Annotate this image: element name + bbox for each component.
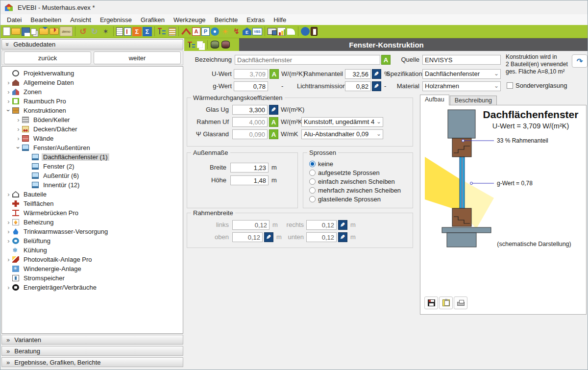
sprossen-radio-3[interactable] bbox=[309, 187, 316, 194]
structure-icon[interactable] bbox=[187, 40, 196, 49]
tree-item[interactable]: Fenster (2) bbox=[2, 162, 183, 171]
tree-item[interactable]: Projektverwaltung bbox=[2, 69, 183, 78]
report-doc-icon[interactable] bbox=[116, 27, 123, 36]
tree-item[interactable]: Teilflächen bbox=[2, 199, 183, 208]
tree-item[interactable]: ›Raumbuch Pro bbox=[2, 97, 183, 106]
sigma-orange-icon[interactable]: Σ bbox=[132, 27, 142, 36]
tree-item[interactable]: Kühlung bbox=[2, 246, 183, 255]
sprossen-radio-4[interactable] bbox=[309, 196, 316, 202]
frame-type-dropdown[interactable]: Alu-Abstandhalter 0,09⌄ bbox=[301, 129, 383, 139]
tree-item[interactable]: Stromspeicher bbox=[2, 273, 183, 283]
menu-item-extras[interactable]: Extras bbox=[242, 15, 269, 25]
höhe-input[interactable] bbox=[230, 175, 269, 185]
menu-item-werkzeuge[interactable]: Werkzeuge bbox=[169, 15, 210, 25]
tree-item[interactable]: Außentür (6) bbox=[2, 171, 183, 180]
expander-collapsed-icon[interactable]: › bbox=[5, 191, 12, 198]
undo-icon[interactable] bbox=[78, 26, 88, 37]
sigma-blue-icon[interactable]: Σ bbox=[143, 27, 152, 36]
menu-item-bearbeiten[interactable]: Bearbeiten bbox=[26, 15, 66, 25]
g-wert-input[interactable] bbox=[234, 81, 268, 91]
accordion-beratung[interactable]: »Beratung bbox=[1, 346, 183, 356]
structure-tree-icon[interactable] bbox=[157, 26, 168, 37]
copy-icon[interactable] bbox=[31, 28, 36, 35]
tree-item[interactable]: ›Wände bbox=[2, 134, 183, 143]
expander-collapsed-icon[interactable]: › bbox=[5, 219, 12, 226]
open-folder-icon[interactable] bbox=[11, 28, 21, 35]
tree-item-selected[interactable]: Dachflächenfenster (1) bbox=[2, 152, 183, 162]
expander-collapsed-icon[interactable]: › bbox=[15, 116, 22, 123]
sun-icon[interactable] bbox=[220, 26, 230, 37]
tree-item[interactable]: ›Allgemeine Daten bbox=[2, 78, 183, 87]
accordion-varianten[interactable]: »Varianten bbox=[1, 335, 183, 345]
diagram-copy-button[interactable] bbox=[439, 296, 453, 309]
module-p-icon[interactable]: P bbox=[201, 27, 210, 36]
window-values-icon[interactable] bbox=[124, 27, 131, 36]
roof-icon[interactable] bbox=[181, 28, 191, 35]
tree-item[interactable]: ›Trinkwarmwasser-Versorgung bbox=[2, 227, 183, 236]
rechts-input[interactable] bbox=[306, 220, 337, 230]
db-import-icon[interactable] bbox=[220, 40, 230, 49]
breite-input[interactable] bbox=[230, 163, 269, 173]
demo-icon[interactable]: demo bbox=[60, 26, 73, 36]
door-icon[interactable] bbox=[311, 27, 318, 36]
menu-item-hilfe[interactable]: Hilfe bbox=[269, 15, 291, 25]
refresh-button[interactable]: ↷ bbox=[572, 54, 588, 68]
diagram-save-button[interactable] bbox=[424, 296, 438, 309]
material-dropdown[interactable]: Holzrahmen ⌄ bbox=[422, 81, 501, 91]
tree-item[interactable]: ›Böden/Keller bbox=[2, 115, 183, 124]
vbs-icon[interactable]: VBS bbox=[252, 28, 262, 35]
export-icon[interactable] bbox=[49, 28, 59, 35]
rechts-edit-pencil-button[interactable] bbox=[338, 220, 347, 230]
tree-item[interactable]: ›Decken/Dächer bbox=[2, 124, 183, 134]
tab-beschreibung[interactable]: Beschreibung bbox=[450, 96, 497, 105]
glas-ug-input[interactable] bbox=[232, 105, 268, 115]
expander-expanded-icon[interactable]: › bbox=[15, 144, 22, 151]
menu-item-datei[interactable]: Datei bbox=[2, 15, 26, 25]
help-icon[interactable] bbox=[301, 27, 310, 36]
sidebar-header[interactable]: » Gebäudedaten bbox=[1, 39, 183, 49]
edit-pencil-button[interactable] bbox=[269, 105, 278, 115]
tree-item[interactable]: Windenergie-Anlage bbox=[2, 264, 183, 273]
menu-item-grafiken[interactable]: Grafiken bbox=[136, 15, 169, 25]
accordion-ergebnisse[interactable]: »Ergebnisse, Grafiken, Berichte bbox=[1, 357, 183, 367]
oben-edit-pencil-button[interactable] bbox=[264, 232, 273, 242]
tree-item[interactable]: ›Photovoltaik-Anlage Pro bbox=[2, 255, 183, 264]
fan-icon[interactable] bbox=[211, 27, 219, 36]
lichttransmission-edit-pencil-button[interactable] bbox=[372, 81, 381, 91]
expander-collapsed-icon[interactable]: › bbox=[5, 256, 12, 263]
rahmenanteil-input[interactable] bbox=[345, 69, 371, 79]
list-details-icon[interactable] bbox=[169, 27, 176, 36]
copy-icon[interactable] bbox=[197, 41, 203, 48]
tab-aufbau[interactable]: Aufbau bbox=[420, 95, 449, 105]
tree-item[interactable]: ›Fenster/Außentüren bbox=[2, 143, 183, 152]
module-a-icon[interactable]: A bbox=[192, 27, 200, 36]
house-energy-icon[interactable] bbox=[243, 27, 251, 35]
expander-collapsed-icon[interactable]: › bbox=[5, 237, 12, 245]
diagram-print-button[interactable] bbox=[454, 296, 467, 309]
tree-item[interactable]: Wärmebrücken Pro bbox=[2, 208, 183, 218]
auto-badge[interactable]: A bbox=[269, 129, 278, 139]
sprossen-radio-0[interactable] bbox=[309, 161, 316, 167]
energy-curve-icon[interactable] bbox=[287, 28, 295, 35]
oben-input[interactable] bbox=[232, 232, 263, 242]
tree-item[interactable]: ›Zonen bbox=[2, 87, 183, 97]
quelle-input[interactable] bbox=[422, 55, 501, 65]
rahmenanteil-edit-pencil-button[interactable] bbox=[372, 69, 381, 79]
new-file-icon[interactable] bbox=[3, 27, 10, 36]
lightning-icon[interactable] bbox=[231, 26, 242, 37]
expander-collapsed-icon[interactable]: › bbox=[5, 98, 12, 105]
import-icon[interactable] bbox=[39, 28, 49, 35]
tree-item[interactable]: ›Belüftung bbox=[2, 236, 183, 246]
expander-collapsed-icon[interactable]: › bbox=[5, 284, 12, 291]
sonderverglasung-checkbox[interactable] bbox=[507, 82, 513, 89]
tree-item[interactable]: ›Beheizung bbox=[2, 218, 183, 227]
next-button[interactable]: weiter bbox=[94, 51, 181, 64]
expander-expanded-icon[interactable]: › bbox=[5, 107, 12, 114]
u-wert-auto-badge[interactable]: A bbox=[270, 69, 279, 79]
tree-item[interactable]: ›Bauteile bbox=[2, 190, 183, 199]
auto-badge[interactable]: A bbox=[269, 117, 278, 127]
bezeichnung-input[interactable] bbox=[235, 55, 380, 65]
menu-item-ansicht[interactable]: Ansicht bbox=[66, 15, 96, 25]
chart-colors-icon[interactable] bbox=[277, 27, 286, 36]
sprossen-radio-1[interactable] bbox=[309, 170, 316, 176]
